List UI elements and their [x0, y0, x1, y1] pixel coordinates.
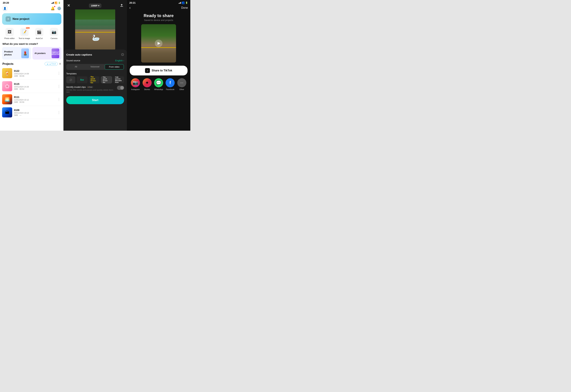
invalid-clips-sub: Identify filler words and pauses and qui… [66, 89, 117, 93]
resolution-label: 1080P [91, 4, 98, 7]
project-item-0115[interactable]: 🌸 0115 15/01/2024 14:26 2MB 00:52 ⋮ [0, 80, 63, 93]
tab-voiceover[interactable]: Voiceover [86, 64, 104, 70]
project-name-0122: 0122 [14, 70, 55, 72]
signal-icon-share [178, 2, 181, 4]
profile-icon: 👤 [3, 7, 7, 10]
project-more-0111[interactable]: ⋮ [57, 97, 61, 101]
template-none[interactable]: ⊘ [66, 76, 75, 83]
autocut-icon-wrap: 🎬 [35, 28, 43, 36]
whatsapp-label: WhatsApp [154, 88, 163, 90]
whatsapp-icon: 💬 [154, 78, 163, 87]
share-title-section: Ready to share Saved to device and proje… [127, 12, 190, 23]
other-icon: ··· [177, 78, 186, 87]
project-info-0122: 0122 23/01/2024 14:09 1MB 00:06 [14, 70, 55, 77]
play-button-overlay[interactable] [155, 40, 162, 47]
share-instagram[interactable]: 📷 Instagram [131, 78, 140, 90]
invalid-clips-toggle[interactable] [117, 86, 124, 90]
sound-source-row: Sound source English › [66, 59, 124, 62]
create-cards: Productphotos 💄 AI posters CAPCUT AIPOST… [0, 46, 63, 60]
share-other[interactable]: ··· Other [177, 78, 186, 90]
share-facebook[interactable]: f Facebook [166, 78, 175, 90]
free-badge-text-image: Free [26, 27, 30, 29]
share-status-bar: 20:21 📶 🔋 [127, 0, 190, 5]
stories-icon: ✦ [143, 78, 152, 87]
stories-label: Stories [144, 88, 150, 90]
templates-section: Templates ⊘ fox The quick brown fox The … [66, 72, 124, 83]
template-fox-green[interactable]: fox [77, 76, 87, 83]
camera-icon-wrap: 📷 [50, 28, 58, 36]
svg-rect-0 [120, 6, 123, 7]
video-preview: 🦢 [75, 9, 115, 49]
share-status-icons: 📶 🔋 [178, 1, 188, 4]
resolution-badge[interactable]: 1080P ▾ [89, 3, 102, 8]
project-thumb-0115: 🌸 [2, 81, 12, 91]
share-back-button[interactable]: ‹ [129, 6, 130, 10]
header-right-icons: 🔔 ⚙️ [51, 6, 61, 11]
status-bar-home: 20:20 📶 🔋 [0, 0, 63, 5]
sort-icon[interactable]: ≡ [59, 62, 61, 66]
tiktok-share-button[interactable]: ♪ Share to TikTok [130, 66, 187, 75]
editor-close-button[interactable]: ✕ [66, 3, 71, 8]
project-meta-0111: 2MB 00:56 [14, 101, 55, 103]
templates-label: Templates [66, 72, 124, 75]
status-icons-home: 📶 🔋 [51, 1, 61, 4]
project-date-0111: 11/01/2024 16:12 [14, 99, 55, 101]
project-name-0109: 0109 [14, 109, 55, 112]
sound-source-chevron: › [123, 59, 124, 62]
invalid-clips-label: Identify invalid clips ● Free [66, 86, 117, 88]
template-quick-brown-dark[interactable]: The quick brown fox [101, 76, 112, 83]
create-card-ai-posters[interactable]: AI posters CAPCUT AIPOSTER [32, 47, 61, 60]
share-whatsapp[interactable]: 💬 WhatsApp [154, 78, 163, 90]
tab-all[interactable]: All [67, 64, 85, 70]
share-video-preview[interactable] [141, 24, 176, 63]
project-more-0115[interactable]: ⋮ [57, 84, 61, 88]
project-more-0122[interactable]: ⋮ [57, 71, 61, 75]
share-stories[interactable]: ✦ Stories [143, 78, 152, 90]
project-item-0122[interactable]: 🍹 0122 23/01/2024 14:09 1MB 00:06 ⋮ [0, 67, 63, 80]
new-project-button[interactable]: + New project [2, 13, 61, 25]
facebook-icon: f [166, 78, 175, 87]
template-quick-brown-yellow[interactable]: The quick brown fox [89, 76, 100, 83]
create-card-product-photos[interactable]: Productphotos 💄 [2, 47, 31, 60]
project-item-0109[interactable]: 🏔 0109 09/01/2024 19:13 3MB — ⋮ [0, 106, 63, 119]
other-label: Other [179, 88, 184, 90]
share-main-title: Ready to share [130, 13, 187, 18]
notification-button[interactable]: 🔔 [51, 6, 55, 11]
tool-autocut[interactable]: 🎬 AutoCut [33, 28, 45, 40]
start-button[interactable]: Start [66, 96, 124, 104]
photo-editor-label: Photo editor [4, 37, 15, 40]
template-quick-brown-white[interactable]: THE QUICK BROWN FOX [114, 76, 124, 83]
header-icons: 👤 🔔 ⚙️ [0, 5, 63, 13]
resolution-chevron: ▾ [98, 4, 99, 7]
tab-from-video[interactable]: From video [105, 64, 124, 70]
signal-icon [51, 2, 54, 4]
settings-button[interactable]: ⚙️ [57, 6, 61, 11]
cloud-button[interactable]: ☁ ☁ Cloud [45, 62, 58, 66]
project-info-0109: 0109 09/01/2024 19:13 3MB — [14, 109, 55, 116]
captions-header: Create auto captions ⊙ [66, 52, 124, 57]
project-meta-0122: 1MB 00:06 [14, 75, 55, 77]
tool-photo-editor[interactable]: 🖼 Photo editor [3, 28, 16, 40]
panel-share: 20:21 📶 🔋 ‹ Done Ready to share Saved to… [127, 0, 190, 131]
video-duck-scene: 🦢 [75, 9, 115, 49]
play-triangle-icon [157, 42, 160, 45]
autocut-label: AutoCut [36, 37, 43, 40]
project-more-0109[interactable]: ⋮ [57, 110, 61, 114]
tool-text-to-image[interactable]: 📝 Free Text to image [18, 28, 31, 40]
tool-camera[interactable]: 📷 Camera [48, 28, 60, 40]
notification-dot [54, 6, 55, 7]
project-name-0111: 0111 [14, 96, 55, 98]
editor-header: ✕ 1080P ▾ [63, 2, 127, 9]
sound-source-value[interactable]: English › [115, 59, 124, 62]
project-thumb-0122: 🍹 [2, 68, 12, 78]
panel-editor: ✕ 1080P ▾ 🦢 Create auto captions ⊙ [63, 0, 127, 131]
captions-collapse-button[interactable]: ⊙ [121, 52, 124, 57]
ai-posters-label: AI posters [34, 52, 46, 55]
upload-button[interactable] [119, 3, 125, 8]
share-done-button[interactable]: Done [181, 6, 188, 9]
captions-title: Create auto captions [66, 53, 92, 56]
profile-button[interactable]: 👤 [2, 6, 8, 11]
facebook-label: Facebook [166, 88, 174, 90]
editor-status-bar [63, 0, 127, 2]
project-item-0111[interactable]: 🌅 0111 11/01/2024 16:12 2MB 00:56 ⋮ [0, 93, 63, 106]
